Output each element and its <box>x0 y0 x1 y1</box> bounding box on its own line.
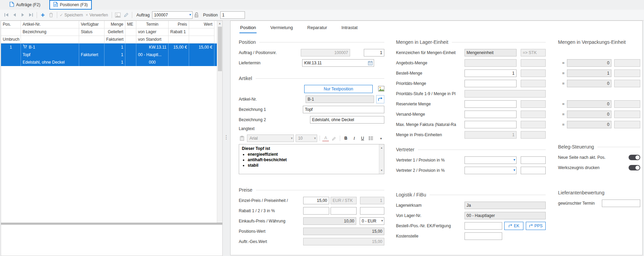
add-row-button[interactable] <box>39 11 47 19</box>
positions-nr-input[interactable] <box>364 49 384 56</box>
artikel-image-icon[interactable] <box>378 86 384 92</box>
provision-1-input[interactable] <box>521 156 546 164</box>
prioritaets-menge-input[interactable] <box>465 80 517 87</box>
equals-label: = <box>562 102 567 106</box>
toolbar-separator <box>57 12 57 18</box>
tab-position[interactable]: Position <box>239 24 257 33</box>
nav-next-button[interactable] <box>18 11 27 19</box>
angebots-menge-unit-input <box>521 59 546 67</box>
tab-reparatur[interactable]: Reparatur <box>307 24 328 33</box>
nav-last-button[interactable] <box>27 11 35 19</box>
einzelpreis-input[interactable] <box>303 197 329 204</box>
grid-row-selected[interactable]: 1 B-1 Topf Edelstahl, ohne Deckel Faktur… <box>1 43 222 66</box>
col-header-status[interactable]: Status <box>79 28 104 36</box>
bullet-list-button[interactable] <box>368 135 374 142</box>
position-toolbar-input[interactable] <box>220 11 245 19</box>
nur-textposition-button[interactable]: Nur Textposition <box>304 85 373 93</box>
italic-button[interactable]: I <box>351 135 357 142</box>
liefertermin-input[interactable] <box>302 59 374 67</box>
waehrung-input[interactable] <box>360 217 384 225</box>
save-button[interactable]: ✓ Speichern <box>60 13 83 17</box>
neue-seite-toggle[interactable] <box>629 155 640 160</box>
auftrag-combo[interactable]: ▾ <box>152 11 193 19</box>
verpackung-menge-input <box>567 59 611 67</box>
tab-positionen[interactable]: Positionen (F3) <box>49 0 92 10</box>
scroll-up-icon[interactable]: ▲ <box>381 144 383 151</box>
rabatt-3-input[interactable] <box>360 207 384 215</box>
col-header-preis[interactable]: Preis <box>169 21 189 28</box>
gewuenschter-termin-input[interactable] <box>602 200 640 207</box>
equals-label: = <box>562 112 567 117</box>
nav-first-button[interactable] <box>2 11 10 19</box>
rabatt-1-input[interactable] <box>303 207 329 215</box>
nav-prev-button[interactable] <box>10 11 18 19</box>
tab-auftraege[interactable]: Aufträge (F2) <box>6 1 44 9</box>
col-header-me[interactable]: ME <box>125 21 136 28</box>
row-einzelpreis: Einzel-Preis / Preiseinheit / <box>239 197 384 204</box>
col-header-wert[interactable]: Wert <box>189 21 214 28</box>
vertreter-1-input[interactable] <box>465 156 517 164</box>
col-header-geliefert[interactable]: Geliefert <box>104 28 125 36</box>
row-bezeichnung-1: Bezeichnung 1 <box>239 106 384 113</box>
scrollbar-thumb[interactable] <box>218 27 222 71</box>
col-header-pos[interactable]: Pos. <box>1 21 21 28</box>
bezeichnung-1-input[interactable] <box>303 106 384 113</box>
col-header-termin[interactable]: Termin <box>136 21 169 28</box>
werkszeugnis-toggle[interactable] <box>629 165 640 170</box>
vertical-splitter-handle[interactable]: ⋮ <box>224 134 229 140</box>
col-header-rabatt[interactable]: Rabatt 1 <box>169 28 189 36</box>
tab-intrastat[interactable]: Intrastat <box>341 24 358 33</box>
rabatt-2-input[interactable] <box>331 207 357 215</box>
calendar-icon[interactable] <box>368 61 373 66</box>
row-kennzeichen: Kennzeichen für Mengen-Einheit <box>396 49 546 56</box>
scroll-up-icon[interactable]: ▲ <box>219 21 221 26</box>
discard-button[interactable]: × Verwerfen <box>86 13 108 17</box>
col-header-umbruch[interactable]: Umbruch <box>1 36 21 43</box>
scroll-down-icon[interactable]: ▼ <box>381 167 383 174</box>
row-liefertermin: Liefertermin <box>239 59 384 67</box>
row-verpackung-2: = <box>558 69 640 77</box>
bestell-menge-input[interactable] <box>465 69 517 77</box>
termin-value: KW.13.11 <box>136 43 168 51</box>
cell-preis: 15,00 € <box>169 43 189 66</box>
bold-button[interactable]: B <box>343 135 349 142</box>
pps-button[interactable]: PPS <box>526 222 546 230</box>
delete-row-button[interactable] <box>47 11 55 19</box>
edit-text-tool-button[interactable] <box>122 11 130 19</box>
cell-termin: KW.13.11 00 - Hauptl... 000 <box>136 43 169 66</box>
langtext-scrollbar[interactable]: ▲ ▼ <box>379 144 384 174</box>
auftrag-combo-input[interactable] <box>152 11 193 19</box>
artikel-nr-input[interactable] <box>306 95 374 103</box>
reservierte-menge-input[interactable] <box>465 100 517 108</box>
tab-vermietung[interactable]: Vermietung <box>270 24 294 33</box>
paste-button[interactable] <box>239 135 245 142</box>
col-header-fakturiert[interactable]: Fakturiert <box>104 36 125 43</box>
image-tool-button[interactable] <box>114 11 122 19</box>
vertreter-1-combo[interactable]: ▾ <box>465 156 517 164</box>
col-header-bezeichnung[interactable]: Bezeichnung <box>21 28 79 36</box>
vertreter-2-combo[interactable]: ▾ <box>465 167 517 174</box>
bestell-pos-nr-input[interactable] <box>465 222 502 230</box>
wert-value: 15,00 € <box>189 43 214 51</box>
provision-2-input[interactable] <box>521 167 546 174</box>
toolbar-overflow-button[interactable]: ▾ <box>378 135 384 142</box>
col-header-menge[interactable]: Menge <box>104 21 125 28</box>
bullet-list-icon <box>369 136 373 140</box>
col-header-von-standort[interactable]: von Standort <box>136 36 169 43</box>
max-menge-input[interactable] <box>465 121 517 128</box>
goto-artikel-button[interactable] <box>376 95 384 103</box>
vertreter-2-input[interactable] <box>465 167 517 174</box>
waehrung-combo[interactable]: ▾ <box>360 217 384 225</box>
grid-vertical-scrollbar[interactable]: ▲ <box>217 21 222 223</box>
col-header-verfuegbar[interactable]: Verfügbar <box>79 21 104 28</box>
section-title-text: Lieferantenbewertung <box>558 190 604 195</box>
col-header-artikel-nr[interactable]: Artikel-Nr. <box>21 21 79 28</box>
col-header-von-lager[interactable]: von Lager <box>136 28 169 36</box>
langtext-editor[interactable]: Dieser Topf ist energieeffizient antihaf… <box>239 144 384 174</box>
unlock-button[interactable] <box>193 11 201 19</box>
underline-button[interactable]: U <box>359 135 366 142</box>
versand-menge-input[interactable] <box>465 111 517 118</box>
bezeichnung-2-input[interactable] <box>310 116 384 124</box>
ek-button[interactable]: EK <box>504 222 523 230</box>
kostenstelle-input[interactable] <box>465 232 502 240</box>
